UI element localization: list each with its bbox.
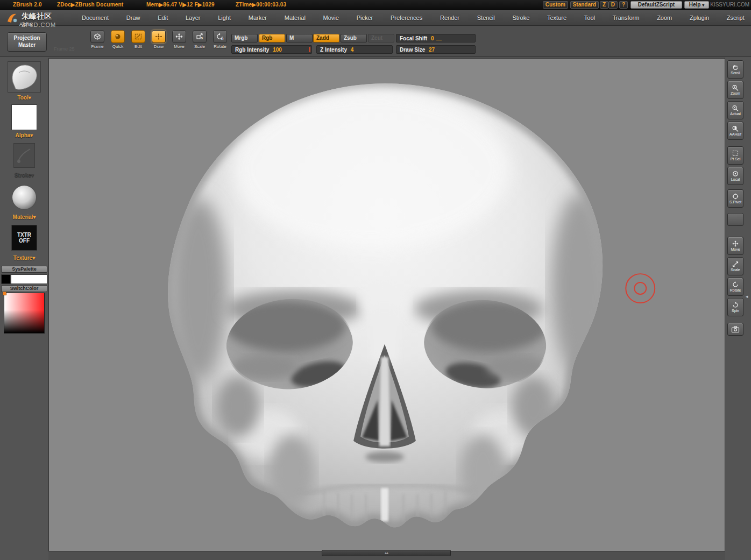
default-zscript-button[interactable]: DefaultZScript xyxy=(630,1,682,9)
main-color-swatch[interactable] xyxy=(11,274,47,284)
focal-shift-slider[interactable]: Focal Shift 0 xyxy=(396,34,476,42)
projection-master-button[interactable]: Projection Master xyxy=(7,32,47,52)
scale-icon: S xyxy=(193,30,207,43)
zoom-button[interactable]: Zoom xyxy=(727,81,743,99)
tool-preview-thumbnail[interactable] xyxy=(8,61,41,93)
menu-texture[interactable]: Texture xyxy=(545,13,569,22)
stroke-thumbnail[interactable] xyxy=(13,143,35,168)
point-selection-button[interactable]: Pt Sel xyxy=(727,146,743,165)
magnifier-icon xyxy=(732,105,739,111)
local-button[interactable]: Local xyxy=(727,167,743,185)
z-intensity-value: 4 xyxy=(351,47,354,53)
menu-preferences[interactable]: Preferences xyxy=(388,13,424,22)
menu-layer[interactable]: Layer xyxy=(183,13,203,22)
menu-marker[interactable]: Marker xyxy=(246,13,269,22)
m-button[interactable]: M xyxy=(286,34,313,42)
bottom-tray-handle[interactable]: ▴▴ xyxy=(322,550,451,556)
draw-size-slider[interactable]: Draw Size 27 xyxy=(396,45,476,54)
custom-ui-button[interactable]: Custom xyxy=(543,1,568,9)
d-button[interactable]: D xyxy=(608,1,618,9)
menu-stroke[interactable]: Stroke xyxy=(510,13,532,22)
color-picker[interactable] xyxy=(4,293,45,334)
snapshot-button[interactable] xyxy=(727,323,743,336)
move-button[interactable]: Move xyxy=(171,30,187,49)
rgb-intensity-label: Rgb Intensity xyxy=(235,47,269,53)
menu-tool[interactable]: Tool xyxy=(582,13,597,22)
help-menu-button[interactable]: Help ▾ xyxy=(684,1,709,9)
material-sphere-thumbnail[interactable] xyxy=(12,185,37,210)
menu-transform[interactable]: Transform xyxy=(611,13,642,22)
move-arrows-icon xyxy=(732,240,739,247)
sphere-icon xyxy=(111,30,125,43)
site-url-text: ZF3D.COM xyxy=(22,22,56,28)
z-intensity-slider[interactable]: Z Intensity 4 xyxy=(316,45,393,54)
z-button[interactable]: Z xyxy=(600,1,608,9)
switchcolor-button[interactable]: SwitchColor xyxy=(1,285,47,292)
menu-document[interactable]: Document xyxy=(80,13,111,22)
menu-light[interactable]: Light xyxy=(216,13,233,22)
menu-zoom[interactable]: Zoom xyxy=(655,13,674,22)
help-question-button[interactable]: ? xyxy=(619,1,628,9)
draw-button[interactable]: Draw xyxy=(151,30,167,49)
skull-3d-viewport[interactable] xyxy=(49,59,725,551)
alpha-tray-label[interactable]: Alpha▾ xyxy=(0,132,48,138)
menu-movie[interactable]: Movie xyxy=(321,13,341,22)
texture-tray-label[interactable]: Texture▾ xyxy=(0,255,48,261)
material-tray-label[interactable]: Material▾ xyxy=(0,214,48,220)
document-canvas[interactable] xyxy=(48,58,725,551)
zcut-button[interactable]: Zcut xyxy=(368,34,394,42)
frame-button[interactable]: Frame xyxy=(89,30,105,49)
aahalf-button[interactable]: AAHalf xyxy=(727,122,743,140)
set-pivot-button[interactable]: S.Pivot xyxy=(727,189,743,208)
alpha-thumbnail[interactable] xyxy=(11,104,37,130)
tool-tray-label[interactable]: Tool▾ xyxy=(0,95,48,101)
right-tray-handle-icon[interactable]: ◂ xyxy=(746,294,748,299)
pivot-crosshair-icon xyxy=(732,193,739,200)
rotate-canvas-button[interactable]: Rotate xyxy=(727,278,743,296)
move-canvas-button[interactable]: Move xyxy=(727,237,743,255)
quick-button[interactable]: Quick xyxy=(110,30,126,49)
empty-slot-button[interactable] xyxy=(727,213,743,226)
focal-shift-value: 0 xyxy=(431,36,434,41)
edit-icon xyxy=(131,30,145,43)
menu-zplugin[interactable]: Zplugin xyxy=(688,13,711,22)
rotate-button[interactable]: R Rotate xyxy=(212,30,228,49)
zdoc-info: ZDoc▶ZBrush Document xyxy=(57,2,123,8)
menu-bar: Document Draw Edit Layer Light Marker Ma… xyxy=(0,10,751,26)
scale-button[interactable]: S Scale xyxy=(192,30,208,49)
stroke-tray-label[interactable]: Stroke▾ xyxy=(0,172,48,178)
mrgb-button[interactable]: Mrgb xyxy=(231,34,258,42)
zsub-button[interactable]: Zsub xyxy=(341,34,367,42)
help-label: Help xyxy=(689,2,701,8)
rgb-intensity-value: 100 xyxy=(273,47,282,53)
menu-render[interactable]: Render xyxy=(438,13,462,22)
circle-dot-icon xyxy=(732,171,739,177)
menu-picker[interactable]: Picker xyxy=(355,13,376,22)
menu-material[interactable]: Material xyxy=(282,13,308,22)
menu-edit[interactable]: Edit xyxy=(155,13,170,22)
rgb-intensity-slider[interactable]: Rgb Intensity 100 xyxy=(231,45,312,54)
edit-button[interactable]: Edit xyxy=(130,30,146,49)
memory-info: Mem▶86.47 V▶12 F▶1029 xyxy=(146,2,215,8)
menu-draw[interactable]: Draw xyxy=(124,13,143,22)
chevron-down-icon: ▾ xyxy=(702,3,704,8)
scroll-button[interactable]: Scroll xyxy=(727,60,743,79)
menu-stencil[interactable]: Stencil xyxy=(475,13,497,22)
syspalette-button[interactable]: SysPalette xyxy=(1,266,47,273)
slider-handle[interactable] xyxy=(309,47,310,52)
actual-size-button[interactable]: Actual xyxy=(727,101,743,119)
left-tray: Tool▾ Alpha▾ Stroke▾ Material▾ TXTR OFF … xyxy=(0,57,48,560)
scale-canvas-button[interactable]: Scale xyxy=(727,257,743,275)
standard-ui-button[interactable]: Standard xyxy=(570,1,599,9)
menu-zscript[interactable]: Zscript xyxy=(725,13,747,22)
svg-text:R: R xyxy=(221,37,224,40)
zbrush-logo-icon xyxy=(5,12,18,25)
title-bar: ZBrush 2.0 ZDoc▶ZBrush Document Mem▶86.4… xyxy=(0,0,751,10)
texture-off-thumbnail[interactable]: TXTR OFF xyxy=(11,225,37,251)
spin-button[interactable]: Spin xyxy=(727,298,743,316)
zadd-button[interactable]: Zadd xyxy=(313,34,339,42)
secondary-color-swatch[interactable] xyxy=(1,274,11,284)
site-logo: 朱峰社区 ZF3D.COM xyxy=(5,12,56,28)
color-picker-marker[interactable] xyxy=(3,292,6,295)
rgb-button[interactable]: Rgb xyxy=(259,34,285,42)
